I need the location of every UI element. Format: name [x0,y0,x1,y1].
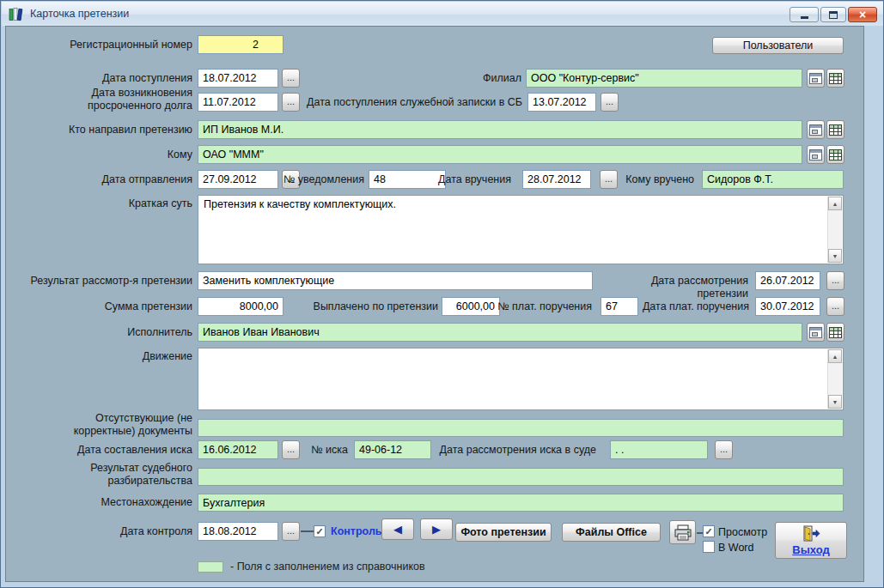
review-result-label: Результат рассмотр-я претензии [13,275,192,288]
branch-card-button[interactable] [807,69,825,88]
table-icon [829,124,842,136]
lawsuit-date-input[interactable] [198,440,278,459]
receipt-date-input[interactable] [198,69,278,88]
arrow-left-icon: ◀ [393,523,402,536]
control-checkbox-label: Контроль [331,525,382,537]
court-result-field[interactable] [198,468,844,486]
receipt-date-picker-button[interactable]: ... [282,69,300,88]
missing-docs-field[interactable] [198,419,844,437]
court-date-input[interactable] [610,440,708,459]
overdue-date-picker-button[interactable]: ... [282,93,300,112]
print-button[interactable] [669,520,696,544]
amount-input[interactable] [198,297,283,316]
office-files-button[interactable]: Файлы Office [562,523,661,542]
paid-input[interactable] [442,297,500,316]
titlebar: Карточка претензии [2,2,883,26]
handover-to-field[interactable] [702,170,844,189]
court-result-label: Результат судебного разбирательства [13,462,192,488]
exit-door-icon [802,525,820,543]
next-record-button[interactable]: ▶ [420,518,453,540]
branch-label: Филиал [397,72,521,85]
memo-date-label: Дата поступления служебной записки в СБ [302,96,522,109]
lawsuit-date-label: Дата составления иска [13,444,192,457]
scroll-up-icon[interactable]: ▲ [828,349,842,363]
location-field[interactable] [198,494,844,512]
window-controls: × [790,7,877,22]
connector-line [697,532,703,534]
executor-label: Исполнитель [13,326,192,339]
scroll-down-icon[interactable]: ▼ [828,395,842,409]
exit-button[interactable]: Выход [775,522,847,559]
executor-field[interactable] [198,323,802,342]
control-date-picker-button[interactable]: ... [282,522,300,541]
send-date-input[interactable] [198,170,278,189]
legend-text: - Поля с заполнением из справочников [230,561,425,573]
minimize-button[interactable] [790,7,819,22]
addressee-card-button[interactable] [807,145,825,164]
movement-textarea[interactable]: ▲ ▼ [198,348,844,410]
payment-date-input[interactable] [755,297,820,316]
addressee-label: Кому [13,149,192,161]
branch-field[interactable] [526,69,802,88]
receipt-date-label: Дата поступления [13,72,192,85]
form-icon [809,149,822,161]
handover-date-input[interactable] [522,170,591,189]
preview-checkbox[interactable]: ✓ [703,525,715,537]
overdue-date-input[interactable] [198,93,278,112]
check-icon: ✓ [704,526,712,537]
word-checkbox-label: В Word [718,542,753,554]
scroll-up-icon[interactable]: ▲ [828,197,842,210]
close-icon: × [859,9,866,21]
summary-text: Претензия к качеству комплектующих. [204,198,822,210]
review-date-picker-button[interactable]: ... [826,271,844,290]
lawsuit-no-input[interactable] [354,440,431,459]
movement-scrollbar[interactable]: ▲ ▼ [827,349,842,409]
table-icon [829,149,842,161]
form-icon [809,73,822,84]
payment-date-picker-button[interactable]: ... [826,297,844,316]
overdue-date-label: Дата возникновения просроченного долга [64,87,192,112]
sender-label: Кто направил претензию [13,124,192,136]
send-date-label: Дата отправления [13,173,192,186]
court-date-picker-button[interactable]: ... [715,440,733,459]
control-date-label: Дата контроля [13,525,192,538]
addressee-field[interactable] [198,145,802,164]
control-date-input[interactable] [198,522,278,541]
reg-number-field[interactable] [198,35,283,54]
summary-label: Краткая суть [13,197,192,210]
notice-no-label: № уведомления [268,173,364,186]
payment-no-label: № плат. поручения [496,300,592,313]
summary-textarea[interactable]: Претензия к качеству комплектующих. ▲ ▼ [198,195,844,264]
payment-no-input[interactable] [601,297,638,316]
review-date-input[interactable] [755,271,820,290]
sender-field[interactable] [198,120,802,139]
lawsuit-no-label: № иска [290,444,348,457]
sender-table-button[interactable] [826,120,844,139]
paid-label: Выплачено по претензии [291,300,438,313]
summary-scrollbar[interactable]: ▲ ▼ [827,197,842,263]
arrow-right-icon: ▶ [432,523,441,536]
memo-date-input[interactable] [527,93,596,112]
memo-date-picker-button[interactable]: ... [601,93,619,112]
missing-docs-label: Отсутствующие (не корректные) документы [72,412,192,438]
sender-card-button[interactable] [807,120,825,139]
close-button[interactable]: × [848,7,877,22]
executor-card-button[interactable] [807,323,825,342]
check-icon: ✓ [315,526,323,537]
executor-table-button[interactable] [826,323,844,342]
users-button[interactable]: Пользователи [712,37,844,54]
prev-record-button[interactable]: ◀ [381,518,414,540]
minimize-icon [801,16,808,19]
table-icon [829,327,842,338]
word-checkbox[interactable] [703,541,715,553]
branch-table-button[interactable] [826,69,844,88]
control-checkbox[interactable]: ✓ [314,525,326,537]
table-icon [829,73,842,84]
review-result-input[interactable] [198,271,593,290]
books-icon [9,7,24,21]
photo-button[interactable]: Фото претензии [455,523,552,542]
scroll-down-icon[interactable]: ▼ [828,249,842,263]
exit-button-label: Выход [792,543,829,556]
maximize-button[interactable] [820,7,846,22]
addressee-table-button[interactable] [826,145,844,164]
